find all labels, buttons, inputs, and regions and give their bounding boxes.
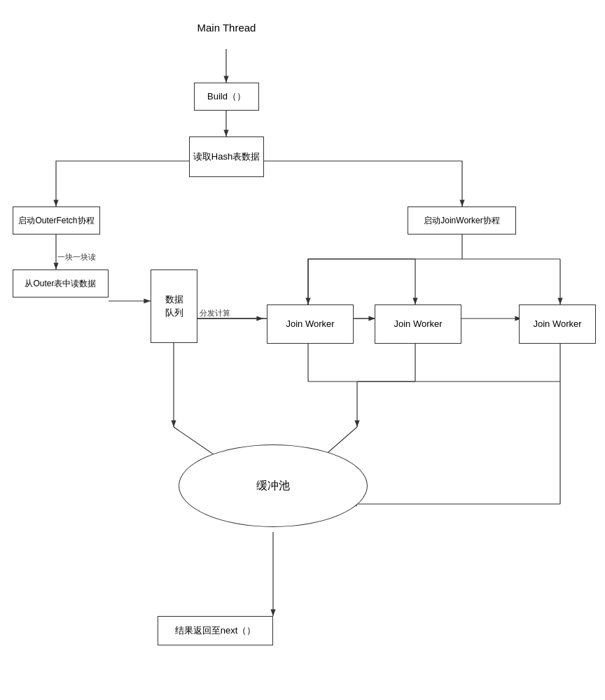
main-thread-node: Main Thread	[183, 7, 270, 48]
start-join-node: 启动JoinWorker协程	[408, 206, 516, 234]
diagram: Main Thread Build（） 读取Hash表数据 启动OuterFet…	[0, 0, 605, 700]
join-worker-1-node: Join Worker	[267, 304, 354, 344]
build-node: Build（）	[194, 83, 259, 111]
data-queue-node: 数据 队列	[151, 270, 197, 343]
join-worker-2-node: Join Worker	[375, 304, 461, 344]
read-outer-node: 从Outer表中读数据	[13, 270, 109, 298]
buffer-pool-node: 缓冲池	[179, 444, 368, 527]
block-read-label: 一块一块读	[57, 252, 96, 262]
start-outer-node: 启动OuterFetch协程	[13, 206, 100, 234]
read-hash-node: 读取Hash表数据	[189, 136, 264, 177]
result-node: 结果返回至next（）	[158, 616, 273, 645]
split-calc-label: 分发计算	[200, 308, 230, 318]
arrows-svg	[0, 0, 605, 700]
join-worker-3-node: Join Worker	[519, 304, 596, 344]
